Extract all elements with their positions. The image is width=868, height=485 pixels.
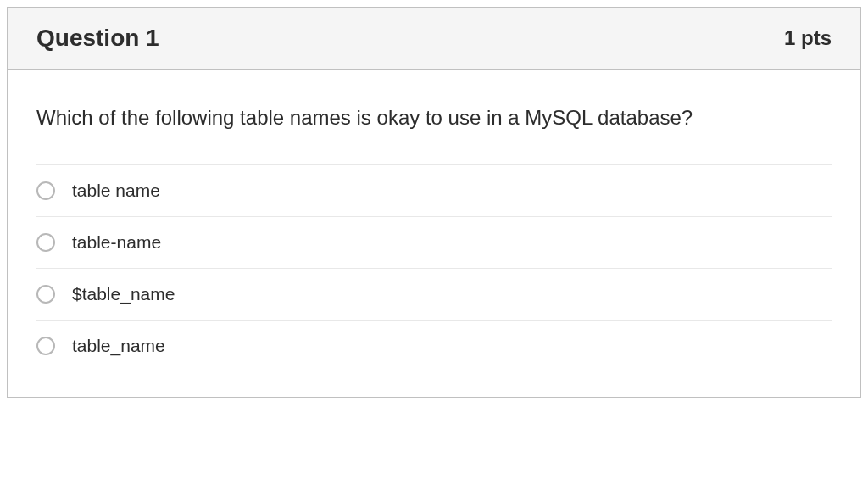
radio-icon[interactable] [36,337,55,355]
question-header: Question 1 1 pts [8,8,860,70]
radio-icon[interactable] [36,285,55,304]
option-label: table-name [72,232,161,253]
option-row-2[interactable]: $table_name [36,268,832,320]
option-row-1[interactable]: table-name [36,216,832,268]
radio-icon[interactable] [36,233,55,252]
radio-icon[interactable] [36,181,55,200]
question-points: 1 pts [784,26,832,50]
options-list: table name table-name $table_name table_… [36,164,832,371]
question-title: Question 1 [36,25,159,52]
question-card: Question 1 1 pts Which of the following … [7,7,861,398]
option-row-3[interactable]: table_name [36,320,832,371]
option-label: $table_name [72,284,175,304]
question-text: Which of the following table names is ok… [36,103,832,132]
option-label: table_name [72,336,165,356]
option-row-0[interactable]: table name [36,164,832,216]
option-label: table name [72,181,160,201]
question-body: Which of the following table names is ok… [8,70,860,397]
